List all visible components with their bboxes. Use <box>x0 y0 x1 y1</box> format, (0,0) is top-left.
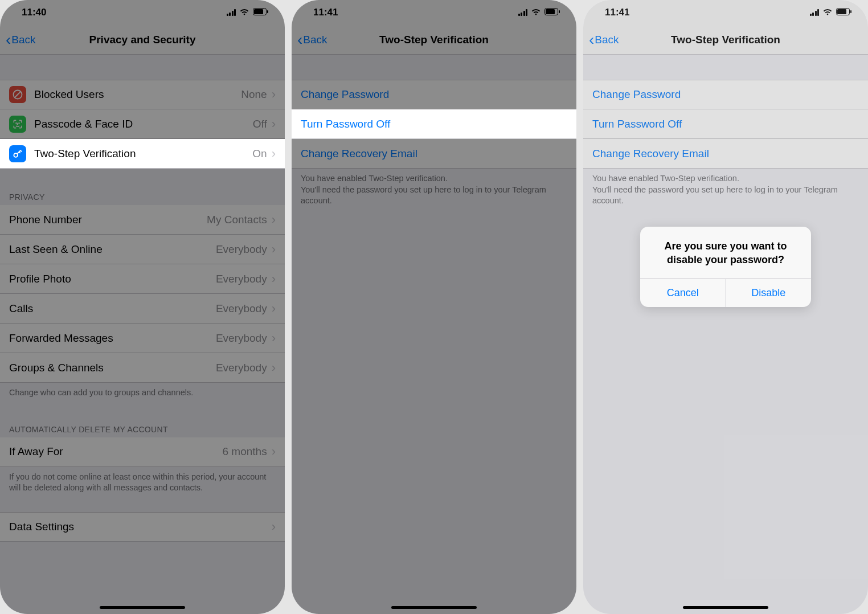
confirm-disable-alert: Are you sure you want to disable your pa… <box>640 227 811 307</box>
row-blocked-users[interactable]: Blocked Users None › <box>0 80 285 109</box>
row-value: 6 months <box>223 445 267 458</box>
chevron-right-icon: › <box>272 146 276 161</box>
battery-icon <box>836 7 852 18</box>
row-value: Everybody <box>216 273 267 285</box>
screen-2-two-step: 11:41 ‹ Back Two-Step Verification Chang… <box>292 0 576 614</box>
cancel-button[interactable]: Cancel <box>640 279 726 307</box>
row-value: Everybody <box>216 332 267 345</box>
row-data-settings[interactable]: Data Settings › <box>0 512 285 542</box>
back-label: Back <box>595 34 619 46</box>
row-if-away-for[interactable]: If Away For 6 months › <box>0 437 285 467</box>
row-label: Data Settings <box>9 521 272 533</box>
row-two-step-verification[interactable]: Two-Step Verification On › <box>0 139 285 169</box>
row-value: Everybody <box>216 302 267 315</box>
screen-3-disable-confirm: 11:41 ‹ Back Two-Step Verification Chang… <box>583 0 868 614</box>
wifi-icon <box>239 7 249 18</box>
chevron-right-icon: › <box>272 331 276 346</box>
cellular-icon <box>518 9 528 16</box>
section-auto-delete: AUTOMATICALLY DELETE MY ACCOUNT If Away … <box>0 421 285 496</box>
home-indicator[interactable] <box>683 606 768 609</box>
svg-rect-2 <box>267 10 268 13</box>
section-privacy: PRIVACY Phone Number My Contacts › Last … <box>0 189 285 401</box>
svg-rect-10 <box>559 10 560 13</box>
disable-button[interactable]: Disable <box>726 279 812 307</box>
row-label: Blocked Users <box>34 88 241 101</box>
home-indicator[interactable] <box>391 606 477 609</box>
cellular-icon <box>810 9 820 16</box>
row-turn-password-off[interactable]: Turn Password Off <box>292 109 576 139</box>
row-label: Change Password <box>592 88 859 101</box>
svg-point-6 <box>19 122 19 123</box>
home-indicator[interactable] <box>100 606 185 609</box>
chevron-right-icon: › <box>272 212 276 227</box>
chevron-right-icon: › <box>272 519 276 534</box>
row-groups-channels[interactable]: Groups & Channels Everybody › <box>0 353 285 383</box>
status-time: 11:41 <box>313 7 338 18</box>
section-footer: You have enabled Two-Step verification. … <box>292 169 576 209</box>
screen-1-privacy-security: 11:40 ‹ Back Privacy and Security Blocke… <box>0 0 285 614</box>
row-value: Everybody <box>216 243 267 256</box>
section-two-step-options: Change Password Turn Password Off Change… <box>292 80 576 209</box>
faceid-icon <box>9 116 26 133</box>
row-value: My Contacts <box>207 214 267 226</box>
row-label: Change Recovery Email <box>592 148 859 160</box>
content: Blocked Users None › Passcode & Face ID … <box>0 80 285 542</box>
section-header-delete: AUTOMATICALLY DELETE MY ACCOUNT <box>0 421 285 437</box>
status-bar: 11:41 <box>292 0 576 25</box>
row-change-password[interactable]: Change Password <box>292 80 576 109</box>
row-profile-photo[interactable]: Profile Photo Everybody › <box>0 264 285 294</box>
chevron-right-icon: › <box>272 361 276 375</box>
chevron-right-icon: › <box>272 272 276 286</box>
chevron-right-icon: › <box>272 301 276 316</box>
chevron-left-icon: ‹ <box>297 32 302 48</box>
chevron-right-icon: › <box>272 87 276 102</box>
key-icon <box>9 145 26 162</box>
chevron-right-icon: › <box>272 242 276 257</box>
row-last-seen[interactable]: Last Seen & Online Everybody › <box>0 235 285 264</box>
nav-bar: ‹ Back Two-Step Verification <box>292 25 576 55</box>
chevron-left-icon: ‹ <box>589 32 594 48</box>
row-change-recovery-email[interactable]: Change Recovery Email <box>583 139 868 169</box>
alert-message: Are you sure you want to disable your pa… <box>640 227 811 279</box>
svg-rect-13 <box>850 10 851 13</box>
row-label: Profile Photo <box>9 273 216 285</box>
row-label: Change Recovery Email <box>301 148 567 160</box>
back-button[interactable]: ‹ Back <box>297 32 327 48</box>
row-change-password[interactable]: Change Password <box>583 80 868 109</box>
row-label: Groups & Channels <box>9 362 216 374</box>
row-change-recovery-email[interactable]: Change Recovery Email <box>292 139 576 169</box>
page-title: Two-Step Verification <box>292 34 576 46</box>
chevron-left-icon: ‹ <box>6 32 11 48</box>
chevron-right-icon: › <box>272 117 276 132</box>
row-label: Passcode & Face ID <box>34 118 253 130</box>
row-value: None <box>241 88 267 101</box>
status-time: 11:41 <box>605 7 629 18</box>
status-time: 11:40 <box>22 7 46 18</box>
row-passcode-faceid[interactable]: Passcode & Face ID Off › <box>0 109 285 139</box>
row-label: If Away For <box>9 445 223 458</box>
section-data: Data Settings › <box>0 512 285 542</box>
chevron-right-icon: › <box>272 444 276 459</box>
row-forwarded-messages[interactable]: Forwarded Messages Everybody › <box>0 324 285 353</box>
back-button[interactable]: ‹ Back <box>589 32 619 48</box>
row-label: Change Password <box>301 88 567 101</box>
back-button[interactable]: ‹ Back <box>6 32 36 48</box>
section-header-privacy: PRIVACY <box>0 189 285 205</box>
wifi-icon <box>531 7 541 18</box>
section-security: Blocked Users None › Passcode & Face ID … <box>0 80 285 169</box>
svg-rect-1 <box>254 9 263 14</box>
row-value: Everybody <box>216 362 267 374</box>
row-phone-number[interactable]: Phone Number My Contacts › <box>0 205 285 235</box>
content: Change Password Turn Password Off Change… <box>583 80 868 209</box>
row-value: Off <box>253 118 267 130</box>
content: Change Password Turn Password Off Change… <box>292 80 576 209</box>
section-footer-delete: If you do not come online at least once … <box>0 467 285 496</box>
cellular-icon <box>227 9 236 16</box>
back-label: Back <box>303 34 327 46</box>
row-label: Turn Password Off <box>301 118 567 130</box>
battery-icon <box>253 7 269 18</box>
row-turn-password-off[interactable]: Turn Password Off <box>583 109 868 139</box>
svg-point-5 <box>16 122 17 123</box>
row-calls[interactable]: Calls Everybody › <box>0 294 285 324</box>
row-label: Turn Password Off <box>592 118 859 130</box>
